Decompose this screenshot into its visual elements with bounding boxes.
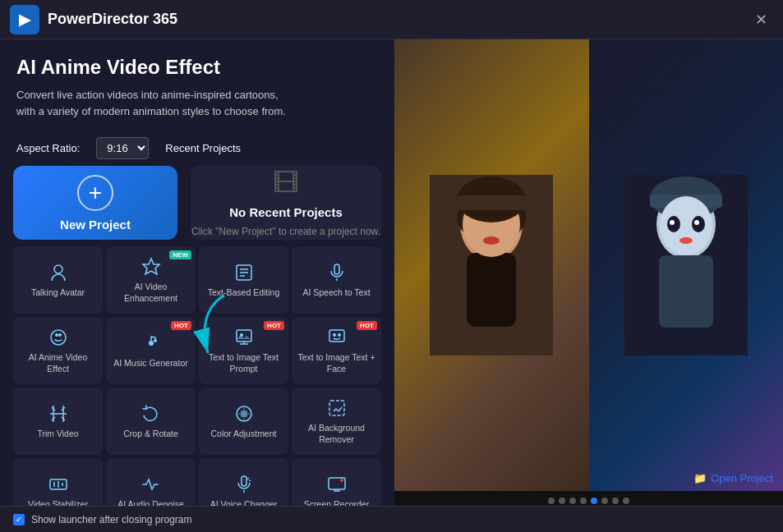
tool-item-trim-video[interactable]: Trim Video: [13, 388, 103, 455]
right-panel: 📁 Open Project: [394, 39, 783, 532]
svg-point-8: [51, 330, 66, 345]
film-icon: 🎞: [273, 168, 299, 199]
tool-item-ai-background-remover[interactable]: AI Background Remover: [292, 388, 381, 455]
tool-item-crop-rotate[interactable]: Crop & Rotate: [106, 388, 196, 455]
svg-rect-48: [659, 255, 713, 328]
project-area: + New Project 🎞 No Recent Projects Click…: [0, 166, 394, 240]
svg-rect-11: [237, 330, 251, 342]
tool-label-text-to-image-prompt: Text to Image Text Prompt: [203, 352, 284, 374]
tool-icon-crop-rotate: [141, 404, 161, 424]
tool-icon-ai-video-enhancement: [141, 257, 161, 277]
tool-label-text-to-image-face: Text to Image Text + Face: [296, 352, 377, 374]
no-recent-title: No Recent Projects: [229, 205, 343, 219]
hero-image-right: [589, 39, 784, 491]
tool-icon-ai-music-generator: [141, 333, 161, 353]
tool-icon-talking-avatar: [48, 263, 68, 282]
tool-icon-ai-anime-video-effect: [48, 328, 68, 347]
svg-rect-22: [241, 410, 247, 417]
new-project-plus-icon: +: [77, 175, 113, 211]
new-project-label: New Project: [60, 218, 131, 232]
tool-item-talking-avatar[interactable]: Talking Avatar: [13, 246, 103, 314]
badge-ai-video-enhancement: NEW: [169, 250, 191, 259]
close-button[interactable]: ✕: [748, 7, 773, 32]
tool-item-color-adjustment[interactable]: Color Adjustment: [199, 388, 288, 455]
main-content: AI Anime Video Effect Convert live actio…: [0, 39, 783, 532]
hero-image-left: [394, 39, 589, 491]
svg-rect-6: [334, 264, 339, 274]
svg-marker-1: [143, 259, 159, 274]
aspect-ratio-label: Aspect Ratio:: [16, 142, 80, 154]
image-dot-2[interactable]: [569, 498, 576, 504]
svg-point-10: [154, 339, 157, 342]
app-title: PowerDirector 365: [48, 11, 177, 28]
tool-label-ai-music-generator: AI Music Generator: [113, 358, 187, 369]
tool-item-text-to-image-prompt[interactable]: HOT Text to Image Text Prompt: [199, 317, 288, 384]
image-dot-5[interactable]: [601, 498, 608, 504]
tool-label-ai-speech-to-text: AI Speech to Text: [302, 287, 370, 299]
tool-icon-ai-speech-to-text: [327, 263, 347, 282]
badge-text-to-image-prompt: HOT: [264, 321, 284, 330]
tool-label-ai-video-enhancement: AI Video Enhancement: [110, 282, 191, 304]
tool-label-text-based-editing: Text-Based Editing: [208, 287, 280, 299]
aspect-ratio-select[interactable]: 9:16 16:9 1:1 4:3: [96, 137, 149, 159]
recent-projects-area: 🎞 No Recent Projects Click "New Project"…: [191, 166, 381, 240]
tool-icon-video-stabilizer: [48, 475, 68, 494]
svg-point-9: [149, 341, 154, 346]
svg-point-46: [694, 220, 699, 225]
image-dot-1[interactable]: [559, 498, 565, 504]
title-bar: ▶ PowerDirector 365 ✕: [0, 0, 783, 39]
svg-rect-37: [457, 195, 526, 210]
app-logo: ▶: [10, 5, 39, 34]
tool-item-ai-speech-to-text[interactable]: AI Speech to Text: [292, 246, 381, 314]
svg-rect-25: [242, 476, 246, 486]
hero-area: AI Anime Video Effect Convert live actio…: [0, 39, 394, 127]
no-recent-description: Click "New Project" to create a project …: [191, 226, 380, 237]
tool-icon-text-to-image-prompt: [234, 328, 254, 347]
badge-text-to-image-face: HOT: [357, 321, 377, 330]
tool-item-ai-anime-video-effect[interactable]: AI Anime Video Effect: [13, 317, 103, 384]
tool-item-text-based-editing[interactable]: Text-Based Editing: [199, 246, 288, 314]
svg-rect-15: [329, 330, 344, 342]
recent-projects-label: Recent Projects: [165, 142, 241, 154]
before-image-svg: [430, 175, 553, 355]
svg-point-47: [679, 237, 693, 244]
tool-label-color-adjustment: Color Adjustment: [211, 429, 277, 440]
image-dot-7[interactable]: [623, 498, 629, 504]
svg-rect-33: [467, 253, 516, 327]
svg-point-0: [54, 265, 62, 273]
hero-images: [394, 39, 783, 491]
show-launcher-label: Show launcher after closing program: [31, 514, 191, 525]
tool-label-crop-rotate: Crop & Rotate: [123, 429, 178, 440]
bottom-bar: ✓ Show launcher after closing program: [0, 506, 783, 532]
show-launcher-checkbox[interactable]: ✓: [13, 514, 25, 525]
tool-icon-ai-audio-denoise: [141, 475, 161, 494]
tool-label-talking-avatar: Talking Avatar: [31, 287, 85, 299]
image-dot-3[interactable]: [580, 498, 587, 504]
open-project-button[interactable]: 📁 Open Project: [693, 472, 773, 484]
image-dot-0[interactable]: [548, 498, 555, 504]
left-panel: AI Anime Video Effect Convert live actio…: [0, 39, 394, 532]
tool-icon-text-to-image-face: [327, 328, 347, 347]
svg-rect-23: [329, 401, 344, 415]
hero-title: AI Anime Video Effect: [16, 56, 378, 79]
tool-item-ai-video-enhancement[interactable]: NEW AI Video Enhancement: [106, 246, 196, 314]
tool-label-ai-anime-video-effect: AI Anime Video Effect: [17, 352, 99, 374]
svg-point-35: [483, 236, 500, 245]
after-image-svg: [624, 175, 748, 355]
tool-icon-trim-video: [48, 404, 68, 424]
controls-row: Aspect Ratio: 9:16 16:9 1:1 4:3 Recent P…: [0, 131, 394, 166]
svg-point-17: [338, 333, 341, 337]
svg-point-28: [340, 479, 343, 482]
tool-item-ai-music-generator[interactable]: HOT AI Music Generator: [106, 317, 196, 384]
image-dot-6[interactable]: [612, 498, 619, 504]
badge-ai-music-generator: HOT: [171, 321, 191, 330]
tool-icon-text-based-editing: [234, 263, 254, 282]
image-dot-4[interactable]: [591, 498, 597, 504]
svg-point-16: [333, 333, 336, 337]
tool-label-trim-video: Trim Video: [37, 429, 78, 440]
tool-icon-ai-voice-changer: [234, 475, 254, 494]
title-left: ▶ PowerDirector 365: [10, 5, 177, 34]
hero-description: Convert live action videos into anime-in…: [16, 87, 296, 119]
tool-item-text-to-image-face[interactable]: HOT Text to Image Text + Face: [292, 317, 381, 384]
new-project-button[interactable]: + New Project: [13, 166, 177, 240]
